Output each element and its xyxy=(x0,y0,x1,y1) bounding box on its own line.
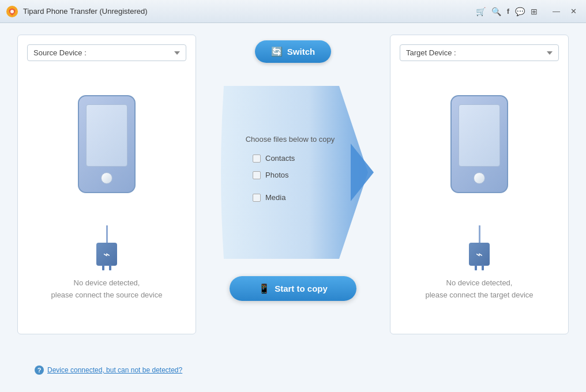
panels-row: Source Device : ⌁ xyxy=(17,35,569,360)
grid-icon[interactable]: ⊞ xyxy=(531,7,538,16)
arrow-area: Choose files below to copy Contacts Phot… xyxy=(212,74,374,270)
source-phone-screen xyxy=(86,104,127,167)
toolbar-icons: 🛒 🔍 f 💬 ⊞ xyxy=(476,7,538,16)
photos-checkbox[interactable] xyxy=(253,171,261,179)
cart-icon[interactable]: 🛒 xyxy=(476,7,486,16)
source-panel-header: Source Device : xyxy=(27,44,186,61)
target-usb-prongs xyxy=(475,265,484,270)
source-phone-illustration xyxy=(72,95,141,210)
target-phone-illustration xyxy=(445,95,514,210)
minimize-button[interactable]: — xyxy=(549,6,564,17)
target-no-device-text: No device detected,please connect the ta… xyxy=(425,277,533,301)
source-panel: Source Device : ⌁ xyxy=(17,35,196,334)
source-usb-area: ⌁ xyxy=(96,225,117,266)
source-phone-button xyxy=(101,172,112,184)
chat-icon[interactable]: 💬 xyxy=(515,7,525,16)
switch-label: Switch xyxy=(287,47,315,56)
title-bar: Tipard Phone Transfer (Unregistered) 🛒 🔍… xyxy=(0,0,586,23)
switch-button[interactable]: 🔄 Switch xyxy=(255,40,331,63)
source-usb-prongs xyxy=(102,265,111,270)
source-usb-cable xyxy=(106,225,108,243)
media-label: Media xyxy=(265,193,286,202)
photos-label: Photos xyxy=(265,171,288,179)
choose-files-label: Choose files below to copy xyxy=(235,135,345,144)
media-option: Media xyxy=(253,193,286,202)
start-copy-icon: 📱 xyxy=(258,283,270,294)
start-copy-button[interactable]: 📱 Start to copy xyxy=(230,276,356,301)
close-button[interactable]: ✕ xyxy=(567,6,580,17)
target-phone-button xyxy=(474,172,485,184)
target-usb-plug: ⌁ xyxy=(469,243,490,266)
help-icon: ? xyxy=(35,365,44,375)
switch-icon: 🔄 xyxy=(271,46,283,57)
start-copy-label: Start to copy xyxy=(275,284,328,293)
device-help-link[interactable]: Device connected, but can not be detecte… xyxy=(47,366,182,374)
app-logo xyxy=(6,5,18,18)
contacts-label: Contacts xyxy=(265,154,295,163)
main-content: Source Device : ⌁ xyxy=(0,23,586,392)
center-area: 🔄 Switch xyxy=(196,35,390,301)
target-phone-screen xyxy=(459,104,500,167)
target-phone-body xyxy=(450,95,508,193)
photos-option: Photos xyxy=(253,171,288,179)
source-device-image-area: ⌁ No device detected,please connect the … xyxy=(51,68,163,322)
source-usb-plug: ⌁ xyxy=(96,243,117,266)
target-device-dropdown[interactable]: Target Device : xyxy=(400,44,559,61)
target-usb-cable xyxy=(479,225,480,243)
source-no-device-text: No device detected,please connect the so… xyxy=(51,277,163,301)
contacts-option: Contacts xyxy=(253,154,295,163)
window-controls: — ✕ xyxy=(549,6,580,17)
arrow-content: Choose files below to copy Contacts Phot… xyxy=(212,123,374,221)
target-device-image-area: ⌁ No device detected,please connect the … xyxy=(425,68,533,322)
target-panel-header: Target Device : xyxy=(400,44,559,61)
source-phone-body xyxy=(78,95,136,193)
target-panel: Target Device : ⌁ xyxy=(390,35,569,334)
source-usb-symbol: ⌁ xyxy=(103,248,110,260)
media-checkbox[interactable] xyxy=(253,194,261,202)
footer: ? Device connected, but can not be detec… xyxy=(17,360,569,380)
search-icon[interactable]: 🔍 xyxy=(491,7,501,16)
target-usb-area: ⌁ xyxy=(469,225,490,266)
contacts-checkbox[interactable] xyxy=(253,154,261,163)
svg-point-1 xyxy=(10,10,14,13)
source-device-dropdown[interactable]: Source Device : xyxy=(27,44,186,61)
facebook-icon[interactable]: f xyxy=(507,7,509,16)
app-title: Tipard Phone Transfer (Unregistered) xyxy=(23,7,476,16)
target-usb-symbol: ⌁ xyxy=(476,248,483,260)
